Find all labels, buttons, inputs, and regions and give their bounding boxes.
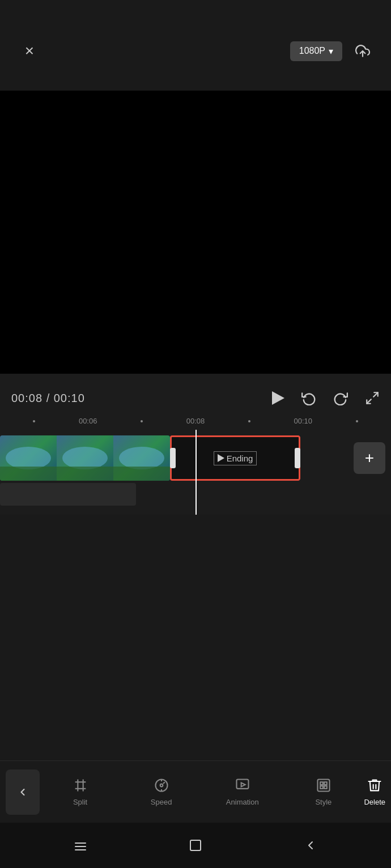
ruler-dot-1 bbox=[33, 420, 35, 422]
system-menu-button[interactable] bbox=[74, 839, 87, 852]
redo-icon bbox=[333, 391, 348, 405]
timeline-section: 00:08 / 00:10 bbox=[0, 374, 391, 515]
delete-label: Delete bbox=[364, 798, 385, 806]
clip-frame-2 bbox=[57, 435, 113, 481]
time-display: 00:08 / 00:10 bbox=[11, 392, 85, 405]
ending-label: Ending bbox=[214, 451, 257, 465]
top-bar: × 1080P ▾ bbox=[0, 0, 391, 91]
clip-video[interactable] bbox=[0, 435, 170, 481]
svg-rect-18 bbox=[324, 786, 327, 789]
speed-label: Speed bbox=[151, 798, 172, 806]
back-button[interactable] bbox=[6, 769, 40, 815]
resolution-arrow: ▾ bbox=[329, 46, 333, 57]
tool-style[interactable]: Style bbox=[283, 777, 364, 806]
split-label: Split bbox=[73, 798, 87, 806]
clip-frame-1 bbox=[0, 435, 57, 481]
split-icon bbox=[73, 777, 88, 793]
ruler-mark-3: 00:10 bbox=[294, 417, 312, 425]
system-back-button[interactable] bbox=[304, 839, 317, 852]
time-separator: / bbox=[46, 392, 50, 404]
timecode-ruler: 00:06 00:08 00:10 bbox=[0, 414, 391, 430]
audio-track bbox=[0, 483, 136, 506]
nav-back-icon bbox=[304, 839, 317, 852]
svg-marker-13 bbox=[241, 783, 245, 786]
timeline-track-wrapper: Ending + bbox=[0, 430, 391, 515]
ruler-dot-2 bbox=[141, 420, 143, 422]
system-home-button[interactable] bbox=[189, 839, 202, 852]
style-label: Style bbox=[315, 798, 332, 806]
system-nav-bar bbox=[0, 823, 391, 868]
add-clip-button[interactable]: + bbox=[354, 442, 385, 474]
ruler-dot-3 bbox=[248, 420, 250, 422]
resolution-label: 1080P bbox=[299, 46, 325, 56]
delete-icon bbox=[367, 777, 382, 793]
fullscreen-button[interactable] bbox=[365, 391, 380, 405]
close-icon: × bbox=[25, 42, 34, 60]
fullscreen-icon bbox=[365, 391, 380, 405]
svg-line-1 bbox=[373, 392, 378, 397]
export-button[interactable] bbox=[351, 40, 374, 62]
speed-icon bbox=[154, 777, 169, 793]
svg-line-11 bbox=[163, 782, 165, 784]
ending-box: Ending bbox=[214, 451, 257, 465]
video-preview bbox=[0, 91, 391, 374]
tool-animation[interactable]: Animation bbox=[202, 777, 283, 806]
undo-icon bbox=[301, 391, 316, 405]
tool-split[interactable]: Split bbox=[40, 777, 121, 806]
upload-icon bbox=[355, 44, 370, 58]
undo-button[interactable] bbox=[301, 391, 316, 405]
style-icon bbox=[316, 777, 332, 793]
tool-speed[interactable]: Speed bbox=[121, 777, 202, 806]
chevron-left-icon bbox=[17, 786, 28, 798]
clip-frame-3 bbox=[113, 435, 170, 481]
play-button[interactable] bbox=[272, 391, 284, 405]
home-square-icon bbox=[189, 839, 202, 852]
ruler-dot-4 bbox=[356, 420, 358, 422]
total-time: 00:10 bbox=[54, 392, 85, 404]
bottom-toolbar: Split Speed Animation Style bbox=[0, 760, 391, 823]
ruler-mark-2: 00:08 bbox=[186, 417, 205, 425]
svg-rect-14 bbox=[317, 780, 329, 792]
svg-rect-17 bbox=[320, 786, 323, 789]
ending-play-icon bbox=[218, 454, 224, 462]
redo-button[interactable] bbox=[333, 391, 348, 405]
timeline-controls: 00:08 / 00:10 bbox=[0, 385, 391, 414]
animation-icon bbox=[235, 777, 250, 793]
clip-handle-left[interactable] bbox=[170, 448, 176, 468]
clip-ending[interactable]: Ending bbox=[170, 435, 300, 481]
clips-container: Ending bbox=[0, 435, 348, 481]
playback-controls bbox=[272, 391, 380, 405]
playhead bbox=[196, 430, 197, 515]
svg-line-2 bbox=[367, 399, 371, 404]
svg-rect-22 bbox=[190, 840, 201, 850]
hamburger-icon bbox=[74, 839, 87, 852]
play-icon bbox=[272, 391, 284, 405]
clip-handle-right[interactable] bbox=[295, 448, 300, 468]
animation-label: Animation bbox=[226, 798, 259, 806]
svg-rect-15 bbox=[320, 782, 323, 785]
ending-text: Ending bbox=[227, 454, 253, 463]
current-time: 00:08 bbox=[11, 392, 42, 404]
close-button[interactable]: × bbox=[17, 39, 42, 63]
ruler-mark-1: 00:06 bbox=[79, 417, 97, 425]
resolution-button[interactable]: 1080P ▾ bbox=[290, 41, 342, 61]
tool-delete[interactable]: Delete bbox=[364, 777, 385, 806]
svg-point-8 bbox=[160, 784, 163, 787]
svg-rect-16 bbox=[324, 782, 327, 785]
top-right-controls: 1080P ▾ bbox=[290, 40, 374, 62]
